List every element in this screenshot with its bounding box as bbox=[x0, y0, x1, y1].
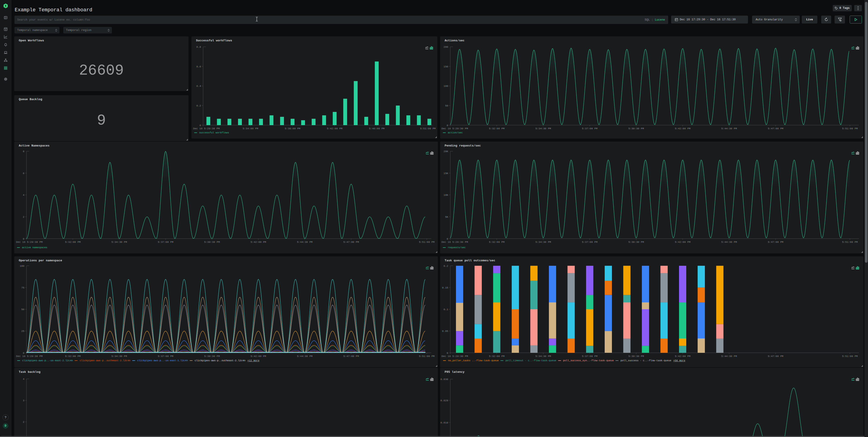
svg-text:5:51:00 PM: 5:51:00 PM bbox=[419, 355, 434, 357]
svg-text:5:42:00 PM: 5:42:00 PM bbox=[250, 241, 266, 244]
svg-text:5:34:00 PM: 5:34:00 PM bbox=[243, 127, 258, 130]
svg-text:4: 4 bbox=[23, 193, 24, 196]
svg-text:0.8: 0.8 bbox=[196, 45, 201, 49]
svg-text:0.4: 0.4 bbox=[196, 85, 201, 88]
svg-text:2: 2 bbox=[23, 215, 24, 218]
svg-text:5K: 5K bbox=[445, 215, 448, 218]
svg-text:5:47:00 PM: 5:47:00 PM bbox=[768, 241, 783, 244]
svg-text:5:39:30 PM: 5:39:30 PM bbox=[628, 355, 644, 357]
svg-text:5:32:00 PM: 5:32:00 PM bbox=[489, 127, 504, 130]
svg-text:0.15: 0.15 bbox=[442, 286, 448, 289]
svg-text:5:47:00 PM: 5:47:00 PM bbox=[768, 127, 783, 130]
svg-text:0.019: 0.019 bbox=[440, 421, 448, 424]
svg-text:0.2: 0.2 bbox=[443, 264, 448, 268]
svg-text:5:37:00 PM: 5:37:00 PM bbox=[582, 241, 597, 244]
svg-text:5:44:30 PM: 5:44:30 PM bbox=[721, 127, 737, 130]
svg-text:5:47:00 PM: 5:47:00 PM bbox=[343, 355, 359, 357]
svg-text:0.2: 0.2 bbox=[196, 104, 201, 107]
svg-text:5:39:30 PM: 5:39:30 PM bbox=[204, 241, 220, 244]
svg-text:0.029: 0.029 bbox=[440, 399, 448, 402]
svg-text:5:32:00 PM: 5:32:00 PM bbox=[489, 241, 504, 244]
svg-text:5:37:00 PM: 5:37:00 PM bbox=[582, 355, 597, 357]
svg-text:5:44:30 PM: 5:44:30 PM bbox=[721, 355, 737, 357]
svg-text:5:38:00 PM: 5:38:00 PM bbox=[285, 127, 301, 130]
svg-text:5:47:00 PM: 5:47:00 PM bbox=[768, 355, 783, 357]
svg-text:5:34:30 PM: 5:34:30 PM bbox=[535, 127, 551, 130]
svg-text:50: 50 bbox=[445, 104, 448, 107]
svg-text:0: 0 bbox=[23, 351, 24, 354]
svg-text:Dec 16 5:29:30 PM: Dec 16 5:29:30 PM bbox=[441, 355, 468, 357]
svg-text:5:32:00 PM: 5:32:00 PM bbox=[489, 355, 504, 357]
svg-text:5:32:00 PM: 5:32:00 PM bbox=[65, 241, 81, 244]
svg-text:5:42:00 PM: 5:42:00 PM bbox=[675, 355, 690, 357]
svg-text:100: 100 bbox=[443, 85, 448, 88]
svg-text:50: 50 bbox=[21, 308, 24, 311]
svg-text:5:37:00 PM: 5:37:00 PM bbox=[582, 127, 597, 130]
svg-text:Dec 16 5:29:30 PM: Dec 16 5:29:30 PM bbox=[441, 241, 468, 244]
svg-text:100: 100 bbox=[20, 264, 24, 268]
svg-text:0: 0 bbox=[23, 238, 24, 240]
svg-text:5:39:30 PM: 5:39:30 PM bbox=[628, 127, 644, 130]
svg-text:25: 25 bbox=[21, 330, 24, 333]
svg-text:5:37:00 PM: 5:37:00 PM bbox=[158, 355, 174, 357]
svg-text:5:39:30 PM: 5:39:30 PM bbox=[204, 355, 220, 357]
svg-text:5:37:00 PM: 5:37:00 PM bbox=[158, 241, 174, 244]
svg-text:10K: 10K bbox=[443, 193, 448, 196]
svg-text:5:42:00 PM: 5:42:00 PM bbox=[675, 241, 690, 244]
svg-text:0.038: 0.038 bbox=[440, 378, 448, 381]
svg-text:20K: 20K bbox=[443, 150, 448, 153]
svg-text:5:34:30 PM: 5:34:30 PM bbox=[535, 355, 551, 357]
svg-text:0: 0 bbox=[199, 124, 201, 127]
svg-text:0.05: 0.05 bbox=[442, 330, 448, 333]
svg-text:200: 200 bbox=[443, 45, 448, 49]
svg-text:75: 75 bbox=[21, 286, 24, 289]
svg-text:150: 150 bbox=[443, 65, 448, 68]
svg-text:5:44:30 PM: 5:44:30 PM bbox=[297, 355, 313, 357]
svg-text:0: 0 bbox=[447, 351, 448, 354]
svg-text:5:42:00 PM: 5:42:00 PM bbox=[675, 127, 690, 130]
svg-text:Dec 16 5:29:30 PM: Dec 16 5:29:30 PM bbox=[193, 127, 220, 130]
svg-text:8: 8 bbox=[23, 150, 24, 153]
svg-text:5:51:00 PM: 5:51:00 PM bbox=[420, 127, 436, 130]
svg-text:5:32:00 PM: 5:32:00 PM bbox=[65, 355, 81, 357]
svg-text:0: 0 bbox=[447, 124, 448, 127]
svg-text:0: 0 bbox=[447, 238, 448, 240]
svg-text:5:47:00 PM: 5:47:00 PM bbox=[343, 241, 359, 244]
svg-text:Dec 16 5:29:30 PM: Dec 16 5:29:30 PM bbox=[16, 241, 42, 244]
svg-text:0.6: 0.6 bbox=[196, 65, 201, 68]
svg-text:Dec 16 5:29:30 PM: Dec 16 5:29:30 PM bbox=[441, 127, 468, 130]
svg-text:Dec 16 5:29:30 PM: Dec 16 5:29:30 PM bbox=[16, 355, 42, 357]
svg-text:5:34:30 PM: 5:34:30 PM bbox=[112, 355, 127, 357]
svg-text:5:42:00 PM: 5:42:00 PM bbox=[250, 355, 266, 357]
svg-text:5:51:00 PM: 5:51:00 PM bbox=[419, 241, 434, 244]
svg-text:2: 2 bbox=[23, 420, 24, 424]
svg-text:5:51:00 PM: 5:51:00 PM bbox=[842, 127, 858, 130]
svg-text:5:44:30 PM: 5:44:30 PM bbox=[721, 241, 737, 244]
svg-text:5:39:30 PM: 5:39:30 PM bbox=[628, 241, 644, 244]
svg-text:5:46:00 PM: 5:46:00 PM bbox=[369, 127, 384, 130]
svg-text:5:44:30 PM: 5:44:30 PM bbox=[297, 241, 313, 244]
svg-text:5:51:00 PM: 5:51:00 PM bbox=[842, 241, 858, 244]
svg-text:5:42:00 PM: 5:42:00 PM bbox=[327, 127, 342, 130]
svg-text:3: 3 bbox=[23, 399, 24, 402]
svg-text:0.1: 0.1 bbox=[443, 308, 448, 311]
svg-text:5:34:30 PM: 5:34:30 PM bbox=[112, 241, 127, 244]
svg-text:4: 4 bbox=[23, 378, 24, 380]
svg-text:15K: 15K bbox=[443, 172, 448, 175]
svg-text:5:34:30 PM: 5:34:30 PM bbox=[535, 241, 551, 244]
svg-text:5:51:00 PM: 5:51:00 PM bbox=[842, 355, 858, 357]
svg-text:6: 6 bbox=[23, 172, 24, 175]
